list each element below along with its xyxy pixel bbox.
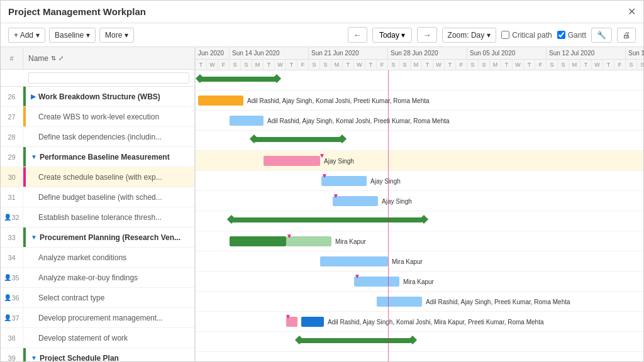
dependency-arrow: ▼ — [319, 152, 325, 159]
task-name: Define budget baseline (with sched... — [26, 193, 194, 202]
hash-column-header: # — [1, 47, 23, 69]
dependency-arrow: ▼ — [333, 192, 339, 199]
gantt-bar-blue-light — [333, 196, 378, 206]
task-rows: 26 ▶ Work Breakdown Structure (WBS) 27 C… — [1, 87, 194, 361]
row-number: 👤 32 — [1, 207, 23, 227]
row-number: 33 — [1, 228, 23, 247]
critical-path-label: Critical path — [512, 31, 552, 40]
gantt-row-29 — [196, 131, 643, 151]
gantt-day: M — [331, 60, 343, 70]
print-icon: 🖨 — [623, 31, 630, 40]
close-button[interactable]: ✕ — [628, 6, 636, 18]
today-chevron-icon: ▾ — [401, 31, 405, 40]
today-button[interactable]: Today ▾ — [372, 28, 412, 43]
task-row: 👤 35 Analyze make-or-buy findings — [1, 268, 194, 288]
task-row: 👤 32 Establish baseline tolerance thresh… — [1, 207, 194, 228]
row-number: 29 — [1, 147, 23, 167]
sort-icon[interactable]: ⇅ — [51, 55, 56, 62]
row-number: 26 — [1, 87, 23, 106]
gantt-label: Gantt — [568, 31, 586, 40]
tools-button[interactable]: 🔧 — [591, 28, 612, 43]
gantt-row-30: Ajay Singh ▼ — [196, 151, 643, 171]
critical-path-checkbox[interactable] — [501, 31, 509, 39]
gantt-checkbox[interactable] — [557, 31, 565, 39]
critical-path-toggle[interactable]: Critical path — [501, 31, 552, 40]
task-name: Create schedule baseline (with exp... — [26, 173, 194, 182]
row-number: 27 — [1, 107, 23, 126]
gantt-week: Jun 2020 — [196, 47, 230, 59]
task-name: ▼ Performance Baseline Measurement — [26, 153, 194, 162]
baseline-button[interactable]: Baseline ▾ — [49, 28, 96, 43]
task-name: ▼ Procurement Planning (Research Ven... — [26, 233, 194, 242]
gantt-bar-label: Mira Kapur — [403, 278, 434, 285]
gantt-row-26 — [196, 70, 643, 90]
search-row — [1, 70, 194, 87]
more-button[interactable]: More ▾ — [99, 28, 134, 43]
name-column-header: Name ⇅ ⤢ — [23, 54, 194, 63]
gantt-week: Sun 21 Jun 2020 — [309, 47, 388, 59]
gantt-day: F — [377, 60, 388, 70]
gantt-bar-group — [297, 338, 411, 343]
toolbar-right: ← Today ▾ → Zoom: Day ▾ Critical path Ga… — [348, 27, 636, 43]
expand-icon[interactable]: ⤢ — [58, 55, 64, 62]
row-number: 38 — [1, 328, 23, 348]
gantt-day: M — [411, 60, 422, 70]
collapse-icon[interactable]: ▼ — [31, 354, 37, 361]
gantt-day: S — [388, 60, 399, 70]
search-input[interactable] — [28, 72, 189, 84]
task-name: Create WBS to work-level execution — [26, 112, 194, 121]
row-number: 👤 35 — [1, 268, 23, 287]
row-number: 28 — [1, 127, 23, 146]
gantt-row-31: Ajay Singh ▼ — [196, 171, 643, 191]
zoom-button[interactable]: Zoom: Day ▾ — [442, 28, 497, 43]
gantt-day: T — [580, 60, 592, 70]
task-row: 28 Define task dependencies (includin... — [1, 127, 194, 147]
dependency-arrow: ▼ — [285, 313, 291, 320]
gantt-week: Sun 14 Jun 2020 — [230, 47, 309, 59]
gantt-day: M — [490, 60, 501, 70]
gantt-day: S — [637, 60, 643, 70]
gantt-day: F — [614, 60, 626, 70]
gantt-day: S — [230, 60, 241, 70]
add-button[interactable]: + Add ▾ — [8, 28, 45, 43]
collapse-icon[interactable]: ▼ — [31, 234, 37, 241]
gantt-day: T — [501, 60, 513, 70]
gantt-bar-blue-light — [377, 297, 422, 307]
gantt-row-37: Adil Rashid, Ajay Singh, Preeti Kumar, R… — [196, 292, 643, 312]
gantt-body: Adil Rashid, Ajay Singh, Komal Joshi, Pr… — [196, 70, 643, 361]
prev-nav-button[interactable]: ← — [348, 27, 367, 43]
task-row: 31 Define budget baseline (with sched... — [1, 187, 194, 207]
row-number: 👤 36 — [1, 288, 23, 307]
gantt-toggle[interactable]: Gantt — [557, 31, 586, 40]
gantt-day: S — [320, 60, 331, 70]
collapse-icon[interactable]: ▶ — [31, 93, 36, 100]
next-nav-button[interactable]: → — [417, 27, 436, 43]
task-row: 38 Develop statement of work — [1, 328, 194, 348]
gantt-bar-label: Adil Rashid, Ajay Singh, Komal Joshi, Pr… — [267, 117, 450, 124]
task-name: ▶ Work Breakdown Structure (WBS) — [26, 92, 194, 101]
gantt-day: S — [558, 60, 569, 70]
gantt-bar-blue — [301, 317, 324, 327]
print-button[interactable]: 🖨 — [617, 28, 636, 43]
gantt-bar-blue-light — [320, 256, 388, 266]
gantt-day: T — [264, 60, 275, 70]
task-row: 30 Create schedule baseline (with exp... — [1, 167, 194, 187]
gantt-day: S — [309, 60, 320, 70]
gantt-day: S — [241, 60, 252, 70]
task-name: Analyze make-or-buy findings — [26, 273, 194, 282]
gantt-week: Sun 05 Jul 2020 — [467, 47, 547, 59]
gantt-row-32: Ajay Singh ▼ — [196, 191, 643, 211]
task-row-analyze-market: 34 Analyze market conditions — [1, 248, 194, 268]
gantt-header: Jun 2020 Sun 14 Jun 2020 Sun 21 Jun 2020… — [196, 47, 643, 70]
gantt-row-35: Mira Kapur — [196, 251, 643, 272]
gantt-day: T — [365, 60, 377, 70]
gantt-day: W — [207, 60, 218, 70]
add-label: + Add — [14, 31, 33, 40]
task-row: 👤 36 Select contract type — [1, 288, 194, 308]
gantt-bar-yellow — [198, 96, 243, 106]
dependency-arrow: ▼ — [321, 172, 328, 179]
collapse-icon[interactable]: ▼ — [31, 153, 37, 160]
baseline-label: Baseline — [55, 31, 84, 40]
gantt-row-33 — [196, 211, 643, 231]
task-row: 33 ▼ Procurement Planning (Research Ven.… — [1, 228, 194, 248]
